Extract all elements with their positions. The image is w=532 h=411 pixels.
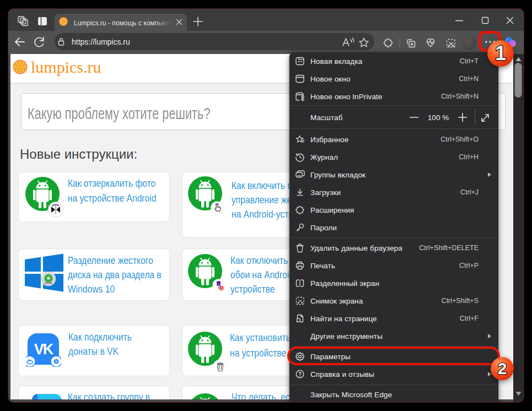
svg-text:2: 2: [498, 359, 507, 377]
svg-text:VK: VK: [34, 341, 54, 358]
svg-text:1: 1: [495, 42, 506, 64]
